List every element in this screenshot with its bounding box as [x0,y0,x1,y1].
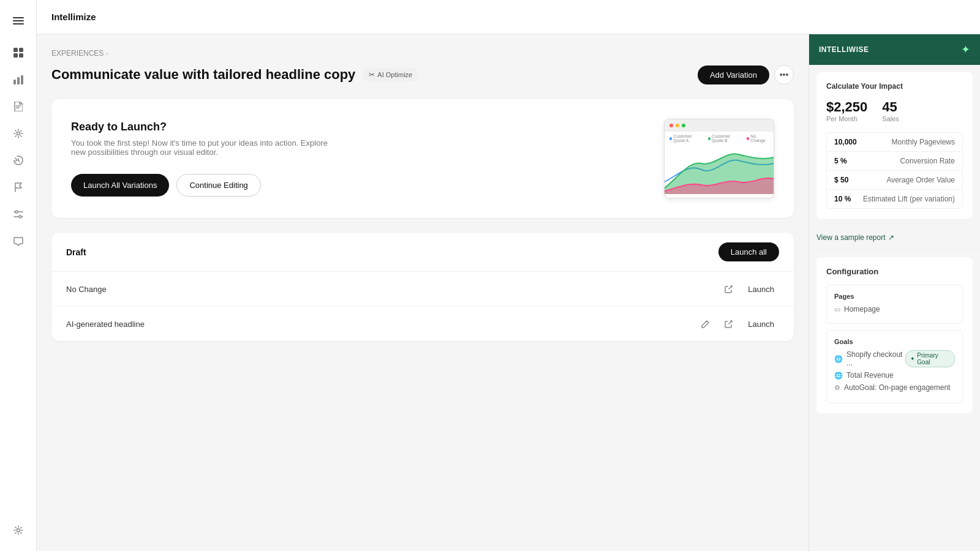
svg-rect-9 [21,75,23,84]
sidebar-icon-sliders[interactable] [7,203,29,225]
legend-dot-3 [747,137,749,140]
launch-button-1[interactable]: Launch [743,317,779,331]
impact-metrics: $2,250 Per Month 45 Sales [826,99,963,122]
main-content: EXPERIENCES › Communicate value with tai… [37,34,809,551]
page-header: Communicate value with tailored headline… [51,65,794,84]
continue-editing-button[interactable]: Continue Editing [176,174,260,197]
goal-icon-autogoal: ⚙ [834,384,840,392]
intelliwise-title: INTELLIWISE [819,45,869,54]
goals-title: Goals [834,338,955,345]
svg-rect-5 [13,53,18,58]
impact-row-pageviews: 10,000 Monthly Pageviews [827,133,962,152]
variation-actions-1: Launch [696,315,779,332]
goal-icon-shopify: 🌐 [834,355,843,363]
svg-point-12 [17,132,20,135]
window-dot-yellow [676,124,679,127]
goal-name-shopify: Shopify checkout ... [846,350,905,367]
svg-point-15 [15,211,18,213]
pages-card: Pages ▭ Homepage [826,285,963,324]
legend-label-2: Customer Quote B [712,134,742,143]
edit-icon-1[interactable] [696,315,714,332]
sales-metric: 45 Sales [882,99,899,122]
homepage-label: Homepage [844,305,880,313]
legend-dot-1 [669,137,672,140]
svg-point-17 [17,529,20,532]
order-value-label: Average Order Value [886,176,955,184]
variation-name-no-change: No Change [66,285,107,294]
add-variation-button[interactable]: Add Variation [698,66,769,84]
legend-item-1: Customer Quote A [669,134,703,143]
variation-actions-0: Launch [720,280,779,298]
revenue-value: $2,250 [826,99,867,115]
impact-grid: 10,000 Monthly Pageviews 5 % Conversion … [826,132,963,209]
external-link-icon-1[interactable] [720,315,737,332]
sidebar-icon-flag[interactable] [7,176,29,198]
goal-item-revenue: 🌐 Total Revenue [834,371,955,380]
launch-card-content: Ready to Launch? You took the first step… [71,121,652,197]
external-link-icon-0[interactable] [720,280,737,298]
primary-goal-badge: ✦ Primary Goal [905,350,955,367]
impact-section: Calculate Your Impact $2,250 Per Month 4… [816,72,973,219]
draft-title: Draft [66,247,86,257]
goal-name-revenue: Total Revenue [846,371,894,380]
content-area: EXPERIENCES › Communicate value with tai… [37,34,980,551]
launch-card-actions: Launch All Variations Continue Editing [71,174,652,197]
lift-label: Estimated Lift (per variation) [863,195,955,203]
sidebar [0,0,37,551]
goal-item-autogoal: ⚙ AutoGoal: On-page engagement [834,383,955,392]
table-row: AI-generated headline Launch [51,307,794,341]
page-title: Communicate value with tailored headline… [51,67,355,83]
page-header-actions: Add Variation ••• [698,65,794,84]
chart-thumbnail: Customer Quote A Customer Quote B No Cha… [664,119,774,198]
intelliwise-header: INTELLIWISE ✦ [809,34,980,65]
ai-badge: ✂ AI Optimize [363,68,418,81]
configuration-section: Configuration Pages ▭ Homepage Goals 🌐 [816,257,973,413]
sidebar-icon-grid[interactable] [7,42,29,64]
breadcrumb: EXPERIENCES › [51,49,794,58]
goal-icon-revenue: 🌐 [834,372,843,380]
sidebar-icon-history[interactable] [7,149,29,171]
window-dot-red [669,124,673,127]
revenue-label: Per Month [826,115,867,122]
sidebar-icon-message[interactable] [7,230,29,252]
svg-rect-1 [13,20,24,21]
draft-launch-all-button[interactable]: Launch all [718,242,779,261]
ai-optimize-icon: ✂ [369,70,375,79]
chart-legend: Customer Quote A Customer Quote B No Cha… [665,132,774,145]
right-panel: INTELLIWISE ✦ Calculate Your Impact $2,2… [809,34,980,551]
sample-report-link[interactable]: View a sample report ↗ [809,226,980,250]
launch-card-title: Ready to Launch? [71,121,652,133]
svg-point-16 [19,216,21,218]
sidebar-icon-doc[interactable] [7,96,29,118]
svg-rect-4 [19,48,23,52]
app-title: Intellimize [51,12,96,22]
pages-title: Pages [834,293,955,300]
more-dots-icon: ••• [780,70,789,80]
chart-svg [665,145,774,194]
sales-value: 45 [882,99,899,115]
configuration-title: Configuration [826,267,963,276]
sample-report-label: View a sample report [816,233,886,242]
legend-item-3: No Change [747,134,769,143]
impact-row-order-value: $ 50 Average Order Value [827,171,962,190]
conversion-label: Conversion Rate [900,157,955,165]
sidebar-icon-settings[interactable] [7,519,29,541]
goals-section: Goals 🌐 Shopify checkout ... ✦ Primary G… [826,330,963,403]
breadcrumb-label[interactable]: EXPERIENCES [51,49,104,58]
menu-icon[interactable] [7,10,29,32]
launch-card-description: You took the first step! Now it's time t… [71,138,328,157]
impact-row-lift: 10 % Estimated Lift (per variation) [827,190,962,208]
window-dot-green [682,124,685,127]
more-options-button[interactable]: ••• [774,65,794,84]
sidebar-icon-gear[interactable] [7,122,29,144]
sidebar-icon-chart[interactable] [7,69,29,91]
svg-rect-8 [17,77,20,84]
ai-badge-label: AI Optimize [377,71,412,78]
launch-all-variations-button[interactable]: Launch All Variations [71,174,169,197]
goal-item-left-shopify: 🌐 Shopify checkout ... [834,350,905,367]
sample-report-icon: ↗ [888,233,894,242]
primary-badge-label: Primary Goal [917,352,950,365]
pageviews-value: 10,000 [834,138,857,146]
launch-button-0[interactable]: Launch [743,282,779,296]
variation-name-ai: AI-generated headline [66,320,145,329]
